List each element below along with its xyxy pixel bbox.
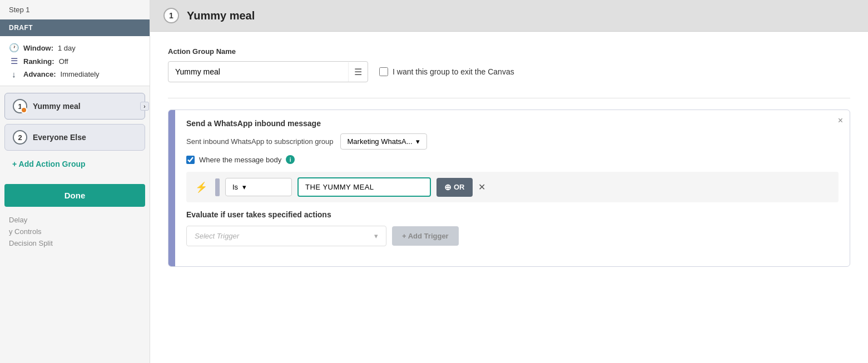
subscription-dropdown[interactable]: Marketing WhatsA... ▾ [340,133,427,150]
trigger-row: Select Trigger ▾ + Add Trigger [186,226,827,246]
main-header: 1 Yummy meal [150,0,868,32]
error-indicator [21,107,27,113]
add-action-group-button[interactable]: + Add Action Group [4,155,145,173]
done-button[interactable]: Done [4,184,145,207]
action-groups-list: 1 Yummy meal › 2 Everyone Else + Add Act… [0,86,150,180]
sidebar: Step 1 DRAFT 🕐 Window: 1 day ☰ Ranking: … [0,0,150,363]
card-title: Send a WhatsApp inbound message [186,119,839,128]
plus-icon: ⊕ [444,182,452,192]
sidebar-step-label: Step 1 [0,0,150,19]
list-icon: ☰ [348,62,368,82]
advance-label: Advance: [23,70,56,78]
section-divider [168,98,850,98]
exit-canvas-row: I want this group to exit the Canvas [379,67,514,76]
message-body-filter-row: Where the message body i [186,155,839,164]
or-button[interactable]: ⊕ OR [437,178,473,197]
page-title: Yummy meal [187,9,255,22]
advance-icon: ↓ [9,69,19,79]
sidebar-advance-item: ↓ Advance: Immediately [9,69,141,79]
sidebar-meta: 🕐 Window: 1 day ☰ Ranking: Off ↓ Advance… [0,36,150,86]
action-group-item-1[interactable]: 1 Yummy meal › [4,93,145,120]
group-label-1: Yummy meal [33,102,81,111]
group-badge-1: 1 [13,99,27,113]
remove-filter-button[interactable]: ✕ [478,182,485,192]
trigger-select-dropdown[interactable]: Select Trigger ▾ [186,226,386,246]
main-content: 1 Yummy meal Action Group Name ☰ I want … [150,0,868,363]
filter-operator-value: Is [232,183,238,191]
sidebar-window-item: 🕐 Window: 1 day [9,43,141,53]
close-card-button[interactable]: × [838,116,843,126]
subscription-text: Sent inbound WhatsApp to subscription gr… [186,137,334,146]
sidebar-bottom: Delay y Controls Decision Split [0,211,150,252]
card-accent-bar [168,110,175,266]
lightning-icon: ⚡ [195,181,207,193]
chevron-right-icon: › [140,102,149,111]
info-icon: i [286,155,295,164]
ranking-value: Off [59,57,68,66]
main-body: Action Group Name ☰ I want this group to… [150,32,868,363]
group-label-2: Everyone Else [33,133,86,142]
filter-row: ⚡ Is ▾ ⊕ OR ✕ [186,172,839,202]
message-body-checkbox[interactable] [186,156,195,164]
evaluate-title: Evaluate if user takes specified actions [186,210,827,219]
sidebar-ranking-item: ☰ Ranking: Off [9,56,141,66]
subscription-row: Sent inbound WhatsApp to subscription gr… [186,133,839,150]
whatsapp-card: × Send a WhatsApp inbound message Sent i… [168,110,850,267]
ranking-label: Ranking: [23,57,54,66]
ranking-icon: ☰ [9,56,19,66]
group-badge-2: 2 [13,130,27,145]
evaluate-section: Evaluate if user takes specified actions… [186,210,839,257]
name-input-wrapper: ☰ [168,61,368,82]
exit-canvas-label: I want this group to exit the Canvas [393,67,514,76]
or-label: OR [454,183,465,191]
sidebar-draft-badge: DRAFT [0,19,150,36]
card-content: Send a WhatsApp inbound message Sent inb… [175,110,850,266]
decision-split-label: Decision Split [9,239,141,247]
filter-operator-dropdown[interactable]: Is ▾ [225,178,292,196]
window-value: 1 day [58,44,76,52]
filter-color-block [215,178,220,196]
message-body-label: Where the message body [199,156,281,164]
delay-label: Delay [9,216,141,224]
filter-value-input[interactable] [297,177,431,197]
add-trigger-label: + Add Trigger [402,232,449,240]
header-number: 1 [163,8,179,23]
action-group-item-2[interactable]: 2 Everyone Else [4,124,145,151]
window-label: Window: [23,44,53,52]
action-group-name-input[interactable] [168,62,348,82]
advance-value: Immediately [61,70,100,78]
action-group-name-label: Action Group Name [168,47,850,56]
trigger-placeholder: Select Trigger [195,232,239,240]
clock-icon: 🕐 [9,43,19,53]
filter-dropdown-chevron: ▾ [242,183,246,191]
subscription-value: Marketing WhatsA... [348,137,413,146]
add-trigger-button[interactable]: + Add Trigger [392,226,459,246]
trigger-dropdown-chevron: ▾ [374,232,378,240]
controls-label: y Controls [9,227,141,236]
dropdown-chevron-icon: ▾ [416,137,420,146]
exit-canvas-checkbox[interactable] [379,67,388,76]
name-row: ☰ I want this group to exit the Canvas [168,61,850,82]
